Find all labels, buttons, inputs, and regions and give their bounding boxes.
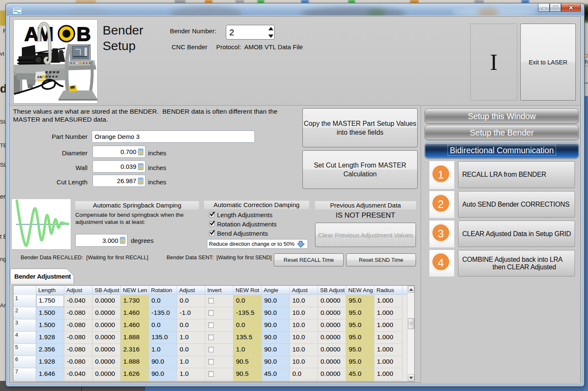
svg-text:A: A [24,23,39,45]
svg-text:Bender Adjustment: Bender Adjustment [14,273,71,280]
svg-text:B: B [77,23,91,45]
svg-text:AM: AM [37,75,43,79]
